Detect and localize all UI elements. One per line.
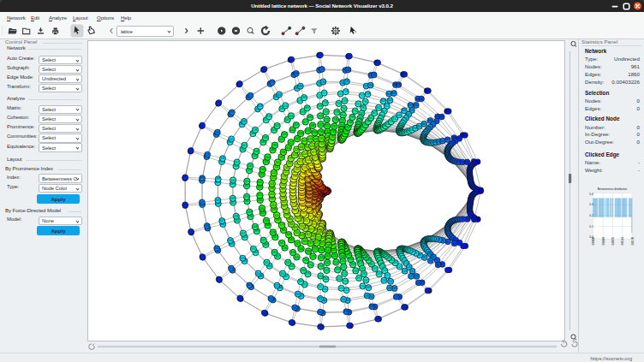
svg-text:684: 684 bbox=[294, 72, 298, 75]
svg-text:562: 562 bbox=[242, 144, 247, 147]
svg-text:676: 676 bbox=[306, 129, 310, 133]
svg-text:379: 379 bbox=[280, 223, 284, 227]
svg-text:377: 377 bbox=[261, 239, 265, 242]
svg-text:219: 219 bbox=[344, 310, 349, 313]
svg-text:707: 707 bbox=[319, 123, 323, 127]
svg-text:596: 596 bbox=[281, 151, 285, 154]
svg-text:929: 929 bbox=[465, 161, 469, 164]
svg-text:779: 779 bbox=[366, 92, 370, 96]
svg-text:559: 559 bbox=[200, 124, 205, 128]
svg-text:467: 467 bbox=[200, 201, 204, 205]
svg-text:158: 158 bbox=[387, 287, 391, 290]
svg-text:332: 332 bbox=[304, 219, 308, 223]
svg-text:121: 121 bbox=[410, 270, 414, 273]
svg-text:189: 189 bbox=[365, 294, 369, 298]
svg-text:317: 317 bbox=[295, 242, 300, 246]
svg-text:313: 313 bbox=[275, 284, 279, 288]
svg-text:211: 211 bbox=[342, 265, 346, 269]
svg-text:251: 251 bbox=[318, 297, 322, 300]
svg-text:210: 210 bbox=[341, 259, 345, 263]
svg-text:497: 497 bbox=[183, 175, 188, 179]
svg-text:687: 687 bbox=[305, 106, 309, 110]
svg-text:704: 704 bbox=[319, 142, 324, 145]
svg-text:897: 897 bbox=[445, 138, 450, 141]
svg-text:127: 127 bbox=[408, 275, 413, 278]
svg-text:180: 180 bbox=[360, 267, 364, 270]
svg-text:839: 839 bbox=[420, 98, 424, 101]
svg-text:0.0190: 0.0190 bbox=[631, 236, 635, 245]
svg-text:193: 193 bbox=[351, 263, 355, 266]
svg-text:255: 255 bbox=[319, 256, 324, 259]
svg-text:655: 655 bbox=[283, 104, 288, 108]
svg-text:747: 747 bbox=[344, 80, 349, 83]
svg-text:410: 410 bbox=[275, 214, 279, 217]
svg-text:561: 561 bbox=[230, 138, 234, 141]
svg-text:500: 500 bbox=[231, 179, 236, 182]
svg-text:241: 241 bbox=[325, 254, 330, 258]
svg-text:590: 590 bbox=[217, 101, 221, 104]
svg-text:627: 627 bbox=[289, 141, 293, 145]
svg-text:315: 315 bbox=[286, 261, 290, 264]
svg-text:436: 436 bbox=[205, 224, 209, 228]
svg-text:706: 706 bbox=[319, 130, 323, 134]
svg-text:833: 833 bbox=[397, 114, 401, 117]
svg-text:652: 652 bbox=[262, 68, 266, 71]
svg-text:126: 126 bbox=[416, 282, 420, 285]
svg-text:286: 286 bbox=[307, 250, 311, 253]
svg-text:187: 187 bbox=[375, 317, 379, 321]
svg-text:657: 657 bbox=[294, 123, 298, 127]
svg-text:0.0000: 0.0000 bbox=[592, 236, 595, 245]
svg-text:301: 301 bbox=[309, 228, 313, 231]
svg-text:594: 594 bbox=[263, 136, 267, 139]
svg-text:499: 499 bbox=[216, 177, 220, 181]
svg-text:751: 751 bbox=[341, 114, 345, 117]
svg-text:285: 285 bbox=[304, 258, 308, 262]
svg-text:218: 218 bbox=[347, 324, 351, 328]
svg-text:314: 314 bbox=[280, 272, 284, 276]
svg-text:348: 348 bbox=[287, 233, 291, 236]
svg-text:470: 470 bbox=[245, 195, 249, 199]
svg-text:870: 870 bbox=[439, 116, 444, 119]
svg-text:646: 646 bbox=[290, 128, 295, 132]
svg-text:615: 615 bbox=[279, 138, 283, 141]
svg-text:612: 612 bbox=[298, 160, 302, 163]
svg-text:302: 302 bbox=[306, 233, 310, 236]
svg-text:129: 129 bbox=[397, 265, 402, 269]
svg-text:125: 125 bbox=[426, 289, 430, 293]
svg-text:437: 437 bbox=[220, 219, 224, 223]
svg-text:249: 249 bbox=[318, 325, 322, 329]
svg-text:224: 224 bbox=[334, 261, 338, 264]
svg-text:342: 342 bbox=[238, 297, 242, 300]
svg-text:435: 435 bbox=[188, 230, 193, 234]
svg-text:738: 738 bbox=[333, 118, 337, 122]
svg-text:719: 719 bbox=[324, 110, 328, 114]
svg-text:122: 122 bbox=[414, 275, 419, 278]
svg-text:689: 689 bbox=[310, 124, 314, 128]
svg-text:659: 659 bbox=[302, 139, 307, 143]
svg-text:466: 466 bbox=[183, 203, 188, 206]
svg-text:522: 522 bbox=[259, 173, 264, 176]
svg-text:472: 472 bbox=[270, 193, 274, 196]
svg-text:498: 498 bbox=[200, 176, 205, 180]
svg-text:345: 345 bbox=[265, 261, 269, 264]
svg-text:159: 159 bbox=[382, 279, 386, 282]
svg-text:595: 595 bbox=[272, 144, 277, 147]
svg-text:748: 748 bbox=[343, 90, 348, 93]
svg-text:271: 271 bbox=[314, 241, 319, 245]
svg-text:363: 363 bbox=[301, 211, 306, 215]
svg-text:311: 311 bbox=[262, 312, 266, 315]
svg-text:717: 717 bbox=[322, 92, 326, 95]
svg-text:802: 802 bbox=[377, 106, 381, 110]
svg-text:407: 407 bbox=[241, 232, 245, 235]
svg-text:626: 626 bbox=[283, 133, 287, 136]
svg-text:528: 528 bbox=[188, 149, 193, 152]
svg-text:303: 303 bbox=[302, 240, 307, 243]
svg-text:253: 253 bbox=[319, 275, 323, 278]
svg-text:529: 529 bbox=[206, 153, 210, 157]
svg-text:405: 405 bbox=[215, 246, 219, 250]
svg-text:560: 560 bbox=[215, 131, 219, 134]
svg-text:284: 284 bbox=[301, 269, 306, 272]
svg-text:157: 157 bbox=[394, 295, 398, 299]
svg-text:304: 304 bbox=[299, 247, 303, 251]
svg-text:438: 438 bbox=[234, 215, 238, 218]
